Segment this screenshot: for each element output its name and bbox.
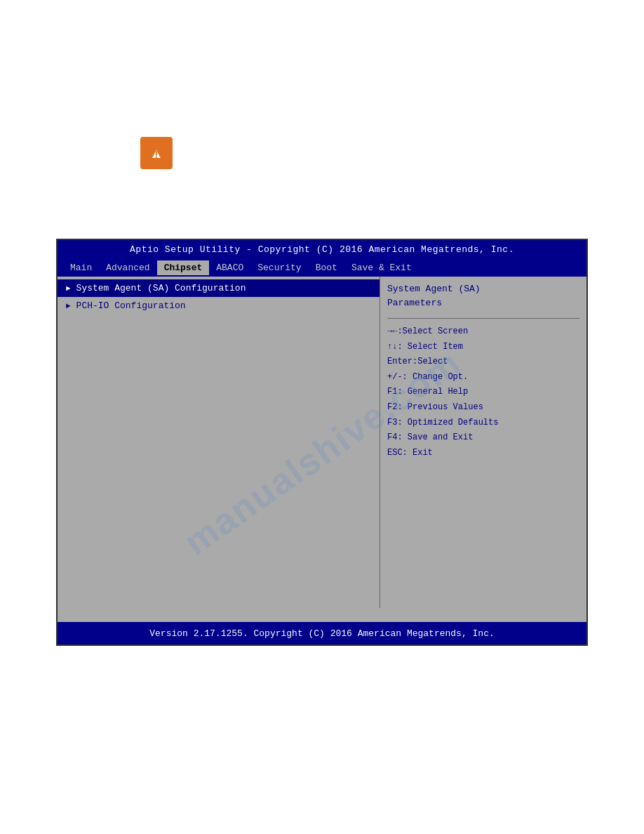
bios-title: Aptio Setup Utility - Copyright (C) 2016… xyxy=(58,240,586,259)
nav-item-boot[interactable]: Boot xyxy=(309,260,344,275)
bios-footer: Version 2.17.1255. Copyright (C) 2016 Am… xyxy=(58,622,586,644)
bios-content-area: ► System Agent (SA) Configuration ► PCH-… xyxy=(58,277,586,608)
arrow-icon-pch: ► xyxy=(66,302,71,310)
key-help-f4: F4: Save and Exit xyxy=(387,430,579,446)
key-help-f3: F3: Optimized Defaults xyxy=(387,416,579,431)
key-help-f2: F2: Previous Values xyxy=(387,400,579,416)
menu-item-pch-io[interactable]: ► PCH-IO Configuration xyxy=(58,297,380,315)
key-help-select-screen: →←:Select Screen xyxy=(387,324,579,340)
bios-navbar: Main Advanced Chipset ABACO Security Boo… xyxy=(58,259,586,277)
help-title-line1: System Agent (SA) xyxy=(387,282,579,296)
menu-item-sa-config-label: System Agent (SA) Configuration xyxy=(76,283,246,293)
key-help-f1: F1: General Help xyxy=(387,385,579,400)
key-help-enter: Enter:Select xyxy=(387,355,579,370)
nav-item-abaco[interactable]: ABACO xyxy=(209,260,250,275)
bios-window: Aptio Setup Utility - Copyright (C) 2016… xyxy=(56,239,588,646)
bios-left-panel: ► System Agent (SA) Configuration ► PCH-… xyxy=(58,277,380,608)
warning-icon-container xyxy=(140,137,175,172)
nav-item-save-exit[interactable]: Save & Exit xyxy=(344,260,419,275)
key-help-esc: ESC: Exit xyxy=(387,446,579,461)
warning-triangle-icon xyxy=(140,137,173,169)
nav-item-chipset[interactable]: Chipset xyxy=(157,260,210,275)
menu-item-sa-config[interactable]: ► System Agent (SA) Configuration xyxy=(58,279,380,297)
menu-item-pch-io-label: PCH-IO Configuration xyxy=(76,300,186,311)
nav-item-advanced[interactable]: Advanced xyxy=(99,260,156,275)
arrow-icon-sa: ► xyxy=(66,284,71,293)
panel-divider xyxy=(387,318,579,319)
nav-item-security[interactable]: Security xyxy=(250,260,308,275)
key-help-change-opt: +/-: Change Opt. xyxy=(387,370,579,385)
bios-right-panel: System Agent (SA) Parameters →←:Select S… xyxy=(380,277,586,608)
nav-item-main[interactable]: Main xyxy=(63,260,99,275)
help-description: System Agent (SA) Parameters xyxy=(387,282,579,310)
key-help-section: →←:Select Screen ↑↓: Select Item Enter:S… xyxy=(387,324,579,461)
help-title-line2: Parameters xyxy=(387,296,579,310)
key-help-select-item: ↑↓: Select Item xyxy=(387,340,579,355)
